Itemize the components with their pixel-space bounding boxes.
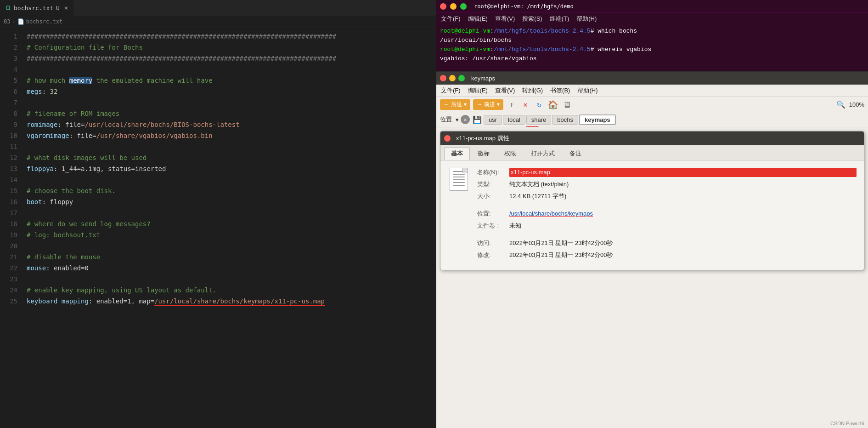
doc-line-3 (453, 177, 465, 177)
forward-dropdown-icon: ▾ (497, 101, 500, 108)
terminal-menu-file[interactable]: 文件(F) (441, 15, 461, 23)
props-name-row: 名称(N): x11-pc-us.map (477, 168, 857, 177)
props-size-row: 大小: 12.4 KB (12711 字节) (477, 192, 857, 201)
code-line-11 (27, 141, 436, 152)
code-area: 12345 678910 1112131415 1617181920 21222… (0, 27, 436, 428)
fm-stop-button[interactable]: ✕ (520, 99, 531, 110)
fm-path-segments: 💾 usr local share bochs keymaps (472, 114, 616, 125)
terminal-maximize-button[interactable] (460, 3, 467, 10)
fm-minimize-button[interactable] (449, 75, 456, 81)
doc-line-4 (453, 179, 465, 180)
fm-back-button[interactable]: ← 后退 ▾ (440, 99, 470, 110)
props-divider-2 (477, 233, 857, 239)
props-name-value: x11-pc-us.map (509, 168, 857, 177)
line-numbers: 12345 678910 1112131415 1617181920 21222… (0, 27, 23, 428)
fm-menu-edit[interactable]: 编辑(E) (468, 86, 488, 95)
fm-menu-file[interactable]: 文件(F) (441, 86, 461, 95)
code-line-14 (27, 174, 436, 185)
code-line-19: # log: bochsout.txt (27, 229, 436, 240)
filemanager-window: keymaps 文件(F) 编辑(E) 查看(V) 转到(G) 书签(B) 帮助… (436, 72, 868, 428)
editor-tab-bar: 🗒 bochsrc.txt U × (0, 0, 436, 16)
terminal-menu-view[interactable]: 查看(V) (495, 15, 515, 23)
fm-zoom-level: 100% (849, 101, 864, 108)
fm-maximize-button[interactable] (458, 75, 465, 81)
fm-location-bar: 位置 ▾ ✕ 💾 usr local share bochs keymaps ~… (436, 112, 868, 127)
fm-path-share[interactable]: share (526, 115, 552, 125)
props-close-button[interactable] (444, 135, 451, 142)
props-tabs: 基本 徽标 权限 打开方式 备注 (440, 145, 864, 160)
props-content: 名称(N): x11-pc-us.map 类型: 纯文本文档 (text/pla… (440, 160, 864, 270)
right-panel: root@delphi-vm: /mnt/hgfs/demo 文件(F) 编辑(… (436, 0, 868, 428)
fm-path-bochs[interactable]: bochs (552, 115, 578, 125)
terminal-menu-edit[interactable]: 编辑(E) (468, 15, 488, 23)
props-accessed-value: 2022年03月21日 星期一 23时42分00秒 (509, 239, 857, 248)
props-type-value: 纯文本文档 (text/plain) (509, 180, 857, 189)
doc-line-1 (453, 171, 465, 172)
code-line-6: megs: 32 (27, 86, 436, 97)
props-tab-emblem[interactable]: 徽标 (471, 147, 496, 160)
terminal-line-3: root@delphi-vm:/mnt/hgfs/tools/bochs-2.4… (440, 45, 864, 54)
fm-toolbar: ← 后退 ▾ → 前进 ▾ ↑ ✕ ↻ 🏠 🖥 🔍 100% (436, 97, 868, 112)
terminal-minimize-button[interactable] (450, 3, 457, 10)
code-line-7 (27, 97, 436, 108)
breadcrumb-filename: bochsrc.txt (26, 18, 62, 25)
props-volume-label: 文件卷： (477, 221, 509, 230)
fm-close-button[interactable] (440, 75, 446, 81)
properties-dialog: x11-pc-us.map 属性 基本 徽标 权限 打开方式 备注 (440, 131, 864, 270)
fm-path-local[interactable]: local (503, 115, 525, 125)
tab-close-button[interactable]: × (64, 4, 68, 11)
editor-panel: 🗒 bochsrc.txt U × 03 › 📄 bochsrc.txt 123… (0, 0, 436, 428)
doc-line-2 (453, 174, 465, 175)
props-title: x11-pc-us.map 属性 (456, 134, 509, 143)
fm-location-clear-button[interactable]: ✕ (461, 115, 470, 124)
props-size-value: 12.4 KB (12711 字节) (509, 192, 857, 201)
fm-reload-button[interactable]: ↻ (534, 99, 545, 110)
fm-menu-view[interactable]: 查看(V) (495, 86, 515, 95)
props-modified-label: 修改: (477, 251, 509, 260)
fm-forward-button[interactable]: → 前进 ▾ (473, 99, 503, 110)
terminal-line-1: root@delphi-vm:/mnt/hgfs/tools/bochs-2.4… (440, 27, 864, 36)
props-titlebar: x11-pc-us.map 属性 (440, 131, 864, 145)
props-modified-value: 2022年03月21日 星期一 23时42分00秒 (509, 251, 857, 260)
code-line-25: keyboard_mapping: enabled=1, map=/usr/lo… (27, 296, 436, 307)
tab-filename: bochsrc.txt (14, 5, 53, 11)
terminal-menu-help[interactable]: 帮助(H) (576, 15, 597, 23)
props-tab-permissions[interactable]: 权限 (497, 147, 523, 160)
code-line-23 (27, 274, 436, 285)
tab-modified-indicator: U (56, 5, 60, 11)
editor-tab[interactable]: 🗒 bochsrc.txt U × (0, 0, 74, 16)
fm-home-button[interactable]: 🏠 (547, 99, 558, 110)
terminal-menu-search[interactable]: 搜索(S) (522, 15, 542, 23)
back-dropdown-icon: ▾ (464, 101, 467, 108)
terminal-menu-terminal[interactable]: 终端(T) (550, 15, 569, 23)
doc-line-6 (453, 185, 465, 186)
code-line-4 (27, 64, 436, 75)
fm-computer-button[interactable]: 🖥 (561, 99, 572, 110)
code-line-16: boot: floppy (27, 196, 436, 207)
fm-menu: 文件(F) 编辑(E) 查看(V) 转到(G) 书签(B) 帮助(H) (436, 85, 868, 97)
fm-path-usr[interactable]: usr (484, 115, 502, 125)
props-tab-open-with[interactable]: 打开方式 (524, 147, 562, 160)
fm-menu-bookmark[interactable]: 书签(B) (550, 86, 570, 95)
terminal-close-button[interactable] (440, 3, 446, 10)
props-tab-notes[interactable]: 备注 (563, 147, 588, 160)
fm-location-arrow: ▾ (456, 116, 459, 123)
code-content[interactable]: ########################################… (23, 27, 436, 428)
fm-up-button[interactable]: ↑ (506, 99, 517, 110)
props-location-row: 位置: /usr/local/share/bochs/keymaps (477, 209, 857, 218)
fm-search-icon[interactable]: 🔍 (835, 99, 846, 110)
file-document-icon (450, 168, 468, 191)
file-icon: 🗒 (6, 5, 11, 11)
props-size-label: 大小: (477, 192, 509, 201)
code-line-20 (27, 240, 436, 251)
props-accessed-label: 访问: (477, 239, 509, 248)
code-line-2: # Configuration file for Bochs (27, 42, 436, 53)
props-tab-basic[interactable]: 基本 (444, 147, 470, 160)
fm-menu-goto[interactable]: 转到(G) (522, 86, 543, 95)
code-line-12: # what disk images will be used (27, 152, 436, 163)
code-line-17 (27, 207, 436, 218)
fm-path-keymaps[interactable]: keymaps (579, 114, 616, 125)
breadcrumb: 03 › 📄 bochsrc.txt (0, 16, 436, 27)
fm-menu-help[interactable]: 帮助(H) (577, 86, 597, 95)
code-line-5: # how much memory the emulated machine w… (27, 75, 436, 86)
